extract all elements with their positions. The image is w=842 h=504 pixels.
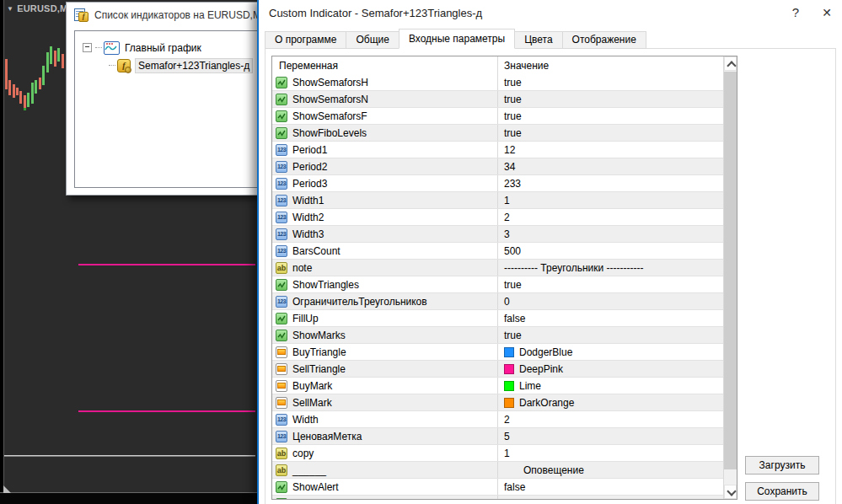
param-value-cell[interactable] [498,496,723,499]
table-row[interactable] [272,496,723,499]
table-row[interactable]: ShowSemaforsNtrue [272,91,723,108]
param-value-cell[interactable]: Lime [498,378,723,394]
param-name: ShowFiboLevels [292,127,367,139]
table-row[interactable]: 123BarsCount500 [272,243,723,260]
table-row[interactable]: ShowSemaforsFtrue [272,108,723,125]
tree-item-indicator[interactable]: f Semafor+123Triangles-д [75,56,259,74]
param-name-cell: 123BarsCount [272,243,498,259]
param-value-cell[interactable]: true [498,125,723,141]
param-value-cell[interactable]: 2 [498,209,723,225]
table-row[interactable]: 123Width11 [272,192,723,209]
table-row[interactable]: 123Width2 [272,411,723,428]
param-value-cell[interactable]: true [498,91,723,107]
table-row[interactable]: abnote---------- Треугольники ----------… [272,260,723,276]
param-value-cell[interactable]: ---------- Треугольники ----------- [498,260,723,276]
table-row[interactable]: 123ОграничительТреугольников0 [272,293,723,310]
indicator-function-icon: f [117,59,131,72]
close-button[interactable]: ✕ [810,1,842,24]
scroll-up-button[interactable] [724,56,737,71]
help-button[interactable]: ? [781,1,810,24]
tab-о-программе[interactable]: О программе [265,31,346,49]
param-name-cell: 123Period1 [272,142,498,158]
tab-отображение[interactable]: Отображение [562,31,646,49]
param-value-cell[interactable]: 34 [498,158,723,174]
param-value-cell[interactable]: 500 [498,243,723,259]
param-name: Period1 [292,144,327,156]
table-row[interactable]: ShowSemaforsHtrue [272,74,723,91]
table-row[interactable]: 123Width22 [272,209,723,226]
param-value-cell[interactable]: true [498,108,723,124]
chevron-down-icon[interactable]: ▼ [7,5,13,13]
param-name-cell: SellTriangle [272,361,498,377]
tree-connector [95,47,102,49]
table-row[interactable]: 123Width33 [272,226,723,243]
table-row[interactable]: 123Period3233 [272,175,723,192]
param-value-cell[interactable]: 3 [498,226,723,242]
dialog-titlebar[interactable]: Custom Indicator - Semafor+123Triangles-… [259,0,842,25]
table-row[interactable]: ShowAlertfalse [272,479,723,496]
indicator-list-window: f Список индикаторов на EURUSD,M5 Главны… [66,2,259,196]
param-name-cell: ShowAlert [272,479,498,495]
param-value: 2 [504,212,510,223]
param-value-cell[interactable]: 1 [498,445,723,461]
save-button[interactable]: Сохранить [745,482,819,501]
param-name-cell: SellMark [272,394,498,410]
collapse-icon[interactable] [83,43,92,52]
chart-symbol-label: ▼ EURUSD,M5 [7,3,73,13]
table-row[interactable]: BuyTriangleDodgerBlue [272,344,723,361]
color-param-icon [276,380,287,392]
param-value-cell[interactable]: 5 [498,428,723,444]
str-param-icon: ab [276,262,287,274]
param-name-cell: abcopy [272,445,498,461]
param-name: Width1 [292,195,324,206]
tab-входные-параметры[interactable]: Входные параметры [399,29,515,49]
table-row[interactable]: ab______Оповещение [272,462,723,479]
param-name: Period2 [292,161,327,173]
bool-param-icon [276,279,287,291]
param-value-cell[interactable]: DarkOrange [498,394,723,410]
table-row[interactable]: SellTriangleDeepPink [272,361,723,378]
param-value-cell[interactable]: DodgerBlue [498,344,723,360]
indicator-list-titlebar[interactable]: f Список индикаторов на EURUSD,M5 [67,3,258,28]
table-row[interactable]: SellMarkDarkOrange [272,394,723,411]
param-value-cell[interactable]: true [498,327,723,343]
color-swatch [504,347,514,357]
param-name-cell: ShowMarks [272,327,498,343]
table-row[interactable]: abcopy1 [272,445,723,462]
param-value-cell[interactable]: DeepPink [498,361,723,377]
param-name: note [292,262,312,274]
param-value-cell[interactable]: 12 [498,142,723,158]
param-value-cell[interactable]: 233 [498,175,723,191]
param-value-cell[interactable]: Оповещение [498,462,723,478]
param-value-cell[interactable]: false [498,479,723,495]
param-value-cell[interactable]: false [498,310,723,326]
table-row[interactable]: 123ЦеноваяМетка5 [272,428,723,445]
param-name: SellMark [292,397,332,409]
scrollbar-thumb[interactable] [724,72,737,469]
table-row[interactable]: ShowFiboLevelstrue [272,125,723,142]
load-button[interactable]: Загрузить [745,456,819,475]
table-row[interactable]: BuyMarkLime [272,378,723,394]
tab-цвета[interactable]: Цвета [514,31,562,49]
tree-item-main-chart[interactable]: Главный график [75,39,259,56]
vertical-scrollbar[interactable] [723,56,737,499]
param-name: ShowSemaforsH [292,77,368,88]
param-value: true [504,94,522,105]
param-value-cell[interactable]: 0 [498,293,723,309]
scroll-down-button[interactable] [724,485,737,499]
param-value-cell[interactable]: 1 [498,192,723,208]
table-row[interactable]: 123Period234 [272,158,723,175]
tab-общие[interactable]: Общие [346,31,399,49]
param-value: Lime [519,380,541,392]
param-name-cell: 123Width2 [272,209,498,225]
param-value: DeepPink [519,363,563,375]
table-row[interactable]: 123Period112 [272,142,723,158]
indicator-list-title: Список индикаторов на EURUSD,M5 [94,9,259,21]
table-row[interactable]: ShowMarkstrue [272,327,723,344]
param-value-cell[interactable]: true [498,276,723,292]
param-value-cell[interactable]: true [498,74,723,90]
param-value-cell[interactable]: 2 [498,411,723,427]
int-param-icon: 123 [276,212,287,223]
table-row[interactable]: FillUpfalse [272,310,723,327]
table-row[interactable]: ShowTrianglestrue [272,276,723,293]
